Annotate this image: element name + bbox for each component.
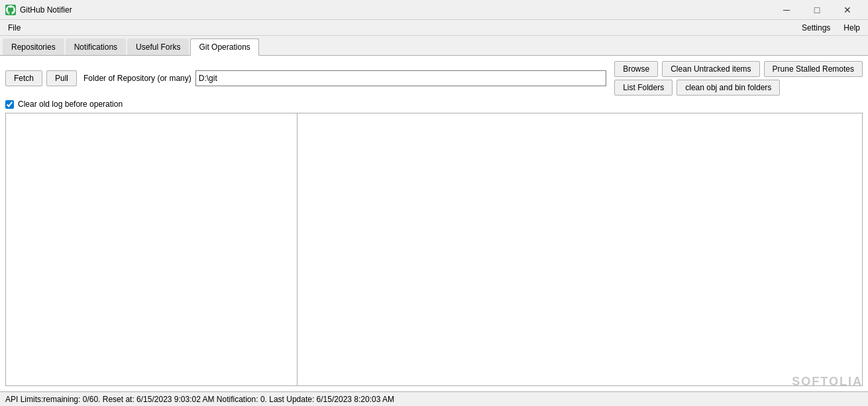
tab-useful-forks[interactable]: Useful Forks xyxy=(127,38,189,55)
close-button[interactable]: ✕ xyxy=(832,0,863,20)
browse-button[interactable]: Browse xyxy=(614,61,658,77)
menu-file[interactable]: File xyxy=(3,22,26,34)
title-bar: GitHub Notifier ─ □ ✕ xyxy=(0,0,868,20)
right-panel xyxy=(298,113,862,385)
fetch-button[interactable]: Fetch xyxy=(5,70,42,86)
menu-right: Settings Help xyxy=(796,22,865,34)
clean-untracked-button[interactable]: Clean Untracked items xyxy=(662,61,759,77)
checkbox-row: Clear old log before operation xyxy=(5,100,863,109)
toolbar-row-1: Fetch Pull Folder of Repository (or many… xyxy=(5,61,863,96)
menu-help[interactable]: Help xyxy=(838,22,865,34)
window-title: GitHub Notifier xyxy=(20,5,771,15)
main-content: Fetch Pull Folder of Repository (or many… xyxy=(0,56,868,391)
menu-settings[interactable]: Settings xyxy=(796,22,836,34)
prune-stalled-button[interactable]: Prune Stalled Remotes xyxy=(764,61,863,77)
minimize-button[interactable]: ─ xyxy=(771,0,802,20)
right-buttons-row-1: Browse Clean Untracked items Prune Stall… xyxy=(614,61,863,77)
folder-label: Folder of Repository (or many) xyxy=(83,74,191,83)
clear-log-checkbox[interactable] xyxy=(5,100,14,109)
list-folders-button[interactable]: List Folders xyxy=(614,80,673,96)
tab-repositories[interactable]: Repositories xyxy=(3,38,64,55)
clean-obj-button[interactable]: clean obj and bin folders xyxy=(677,80,780,96)
folder-input[interactable] xyxy=(195,70,606,86)
app-icon xyxy=(5,5,16,15)
maximize-button[interactable]: □ xyxy=(802,0,832,20)
window-controls: ─ □ ✕ xyxy=(771,0,863,20)
right-buttons-row-2: List Folders clean obj and bin folders xyxy=(614,80,863,96)
status-text: API Limits:remaining: 0/60. Reset at: 6/… xyxy=(5,395,394,404)
tab-bar: Repositories Notifications Useful Forks … xyxy=(0,36,868,56)
status-bar: API Limits:remaining: 0/60. Reset at: 6/… xyxy=(0,391,868,406)
split-panels xyxy=(5,113,863,386)
left-panel xyxy=(6,113,298,385)
clear-log-label: Clear old log before operation xyxy=(18,100,123,109)
tab-notifications[interactable]: Notifications xyxy=(66,38,126,55)
pull-button[interactable]: Pull xyxy=(46,70,77,86)
right-buttons: Browse Clean Untracked items Prune Stall… xyxy=(614,61,863,96)
tab-git-operations[interactable]: Git Operations xyxy=(190,38,258,56)
menu-bar: File Settings Help xyxy=(0,20,868,36)
